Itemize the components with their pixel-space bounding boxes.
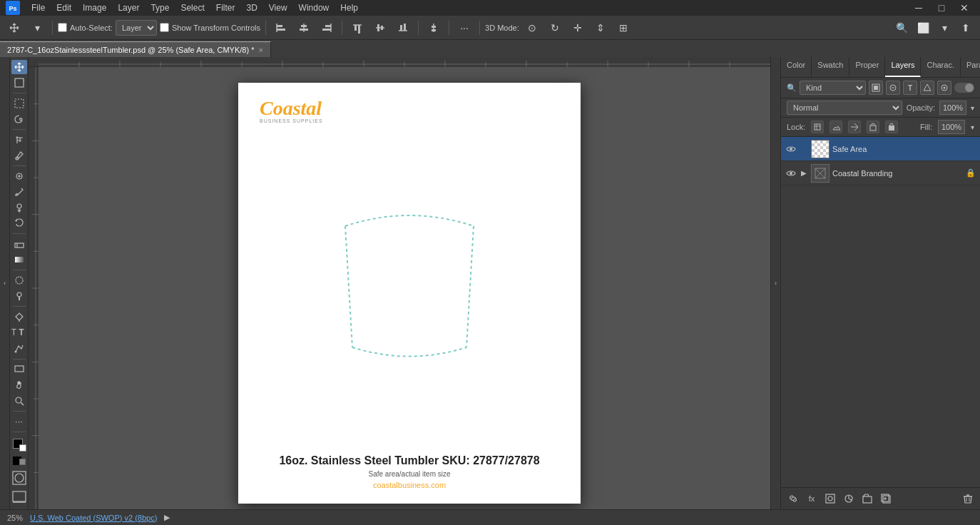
- lock-all-btn[interactable]: [885, 121, 898, 133]
- layer-collapse-coastal-branding[interactable]: ▶: [800, 169, 808, 178]
- move-tool[interactable]: [11, 60, 27, 74]
- 3d-rotate[interactable]: ⊙: [522, 19, 542, 37]
- 3d-pan[interactable]: ✛: [568, 19, 588, 37]
- filter-type-btn[interactable]: T: [903, 81, 917, 95]
- quick-mask-mode[interactable]: [12, 471, 26, 488]
- close-button[interactable]: ✕: [954, 0, 974, 17]
- layer-visibility-coastal-branding[interactable]: [785, 168, 797, 179]
- align-left-edges[interactable]: [271, 19, 291, 37]
- filter-pixel-btn[interactable]: [869, 81, 883, 95]
- new-adjustment-btn[interactable]: [841, 491, 857, 506]
- right-panel-collapse[interactable]: ›: [770, 57, 780, 509]
- opacity-input[interactable]: [939, 101, 966, 115]
- rectangle-tool[interactable]: [11, 362, 27, 376]
- color-profile-link[interactable]: U.S. Web Coated (SWOP) v2 (8bpc): [30, 514, 157, 522]
- artboard-tool[interactable]: [11, 76, 27, 90]
- layer-item-safe-area[interactable]: Safe Area: [781, 137, 980, 161]
- tab-paragr[interactable]: Paragr.: [961, 57, 980, 77]
- dropdown-arrow[interactable]: ▾: [27, 19, 47, 37]
- left-panel-collapse[interactable]: ‹: [0, 57, 10, 509]
- align-top-edges[interactable]: [347, 19, 367, 37]
- distribute-vertical[interactable]: [424, 19, 444, 37]
- more-options[interactable]: ···: [454, 19, 474, 37]
- tab-layers[interactable]: Layers: [885, 57, 921, 77]
- align-horizontal-centers[interactable]: [294, 19, 314, 37]
- type-tool[interactable]: T T: [11, 325, 27, 340]
- eyedropper-tool[interactable]: [11, 148, 27, 163]
- filter-adjust-btn[interactable]: [886, 81, 900, 95]
- menu-window[interactable]: Window: [295, 1, 334, 14]
- fill-input[interactable]: [938, 120, 965, 134]
- 3d-slide[interactable]: ⇕: [591, 19, 611, 37]
- more-tools[interactable]: ···: [11, 414, 27, 429]
- pen-tool[interactable]: [11, 310, 27, 324]
- eraser-tool[interactable]: [11, 237, 27, 251]
- lock-transparent-btn[interactable]: [811, 121, 824, 133]
- tab-charac[interactable]: Charac.: [921, 57, 961, 77]
- align-vertical-centers[interactable]: [370, 19, 390, 37]
- menu-filter[interactable]: Filter: [212, 1, 240, 14]
- delete-layer-btn[interactable]: [960, 491, 976, 506]
- tab-swatch[interactable]: Swatch: [812, 57, 849, 77]
- menu-edit[interactable]: Edit: [52, 1, 76, 14]
- color-swatches[interactable]: [11, 437, 27, 452]
- filter-toggle[interactable]: [954, 83, 974, 93]
- search-btn[interactable]: 🔍: [892, 19, 912, 37]
- 3d-scale[interactable]: ⊞: [613, 19, 633, 37]
- filter-smart-btn[interactable]: [937, 81, 951, 95]
- filter-shape-btn[interactable]: [920, 81, 934, 95]
- blur-tool[interactable]: [11, 273, 27, 287]
- layer-effects-btn[interactable]: fx: [804, 491, 820, 506]
- tab-proper[interactable]: Proper: [849, 57, 885, 77]
- document-tab[interactable]: 2787-C_16ozStainlesssteelTumbler.psd @ 2…: [0, 41, 271, 57]
- auto-select-dropdown[interactable]: Layer: [116, 20, 157, 36]
- background-color[interactable]: [19, 444, 26, 452]
- transform-controls-input[interactable]: [160, 23, 169, 32]
- history-brush-tool[interactable]: [11, 216, 27, 230]
- gradient-tool[interactable]: [11, 253, 27, 267]
- blend-mode-select[interactable]: Normal: [787, 101, 902, 115]
- screen-mode[interactable]: [12, 491, 26, 506]
- crop-tool[interactable]: [11, 133, 27, 147]
- add-mask-btn[interactable]: [822, 491, 838, 506]
- menu-view[interactable]: View: [265, 1, 292, 14]
- menu-select[interactable]: Select: [176, 1, 208, 14]
- dodge-tool[interactable]: [11, 289, 27, 303]
- lock-image-btn[interactable]: [830, 121, 842, 133]
- fill-dropdown[interactable]: ▾: [971, 123, 974, 131]
- maximize-button[interactable]: □: [931, 0, 951, 17]
- canvas-area[interactable]: Coastal BUSINESS SUPPLIES: [39, 67, 770, 509]
- path-selection-tool[interactable]: [11, 341, 27, 355]
- clone-stamp-tool[interactable]: [11, 200, 27, 215]
- menu-image[interactable]: Image: [78, 1, 111, 14]
- layer-visibility-safe-area[interactable]: [785, 143, 797, 155]
- workspace-btn[interactable]: ⬜: [913, 19, 933, 37]
- align-bottom-edges[interactable]: [393, 19, 413, 37]
- menu-file[interactable]: File: [27, 1, 49, 14]
- brush-tool[interactable]: [11, 185, 27, 199]
- new-layer-btn[interactable]: [878, 491, 894, 506]
- hand-tool[interactable]: [11, 377, 27, 392]
- auto-select-checkbox[interactable]: Auto-Select:: [58, 23, 113, 32]
- align-right-edges[interactable]: [317, 19, 337, 37]
- menu-layer[interactable]: Layer: [113, 1, 143, 14]
- menu-help[interactable]: Help: [336, 1, 362, 14]
- zoom-tool[interactable]: [11, 394, 27, 408]
- workspace-dropdown[interactable]: ▾: [934, 19, 954, 37]
- tab-color[interactable]: Color: [781, 57, 812, 77]
- opacity-dropdown[interactable]: ▾: [971, 104, 974, 112]
- share-btn[interactable]: ⬆: [956, 19, 976, 37]
- minimize-button[interactable]: ─: [909, 0, 929, 17]
- lasso-tool[interactable]: [11, 112, 27, 126]
- auto-select-input[interactable]: [58, 23, 67, 32]
- 3d-roll[interactable]: ↻: [545, 19, 565, 37]
- marquee-tool[interactable]: [11, 96, 27, 111]
- move-tool-options[interactable]: [4, 19, 24, 37]
- new-group-btn[interactable]: [859, 491, 875, 506]
- lock-position-btn[interactable]: [848, 121, 861, 133]
- filter-select[interactable]: Kind: [800, 81, 866, 95]
- lock-artboard-btn[interactable]: [867, 121, 879, 133]
- link-layers-btn[interactable]: [785, 491, 801, 506]
- menu-3d[interactable]: 3D: [242, 1, 261, 14]
- layer-item-coastal-branding[interactable]: ▶ Coastal Branding 🔒: [781, 161, 980, 185]
